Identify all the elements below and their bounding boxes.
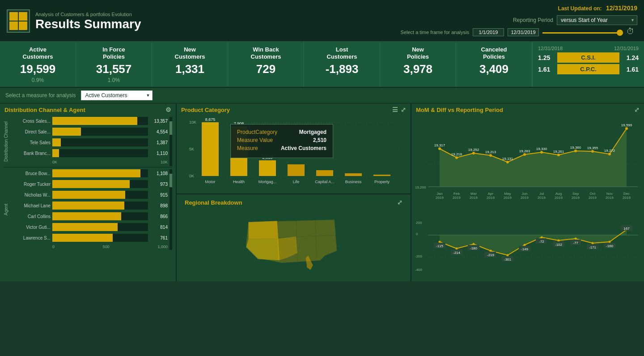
svg-text:200: 200: [416, 221, 422, 225]
tooltip-row-measure-value: Measure Value 2,510: [237, 137, 326, 143]
svg-text:-219: -219: [487, 253, 495, 257]
table-icon[interactable]: ☰: [392, 106, 398, 113]
svg-text:May: May: [504, 192, 511, 196]
svg-text:Oct: Oct: [590, 192, 596, 196]
agent-scrollbar[interactable]: [169, 169, 172, 250]
svg-point-40: [557, 154, 560, 156]
svg-text:Nov: Nov: [606, 192, 613, 196]
svg-text:Motor: Motor: [205, 180, 215, 184]
timeframe-slider[interactable]: [542, 31, 623, 34]
svg-point-88: [524, 244, 526, 246]
svg-text:Jul: Jul: [539, 192, 544, 196]
mom-expand-icon[interactable]: ⤢: [634, 106, 640, 113]
agent-scrollbar-thumb: [169, 174, 172, 187]
svg-text:-214: -214: [453, 251, 461, 255]
regional-expand-icon[interactable]: ⤢: [397, 199, 402, 206]
panels-row: Distribution Channel & Agent ⚙ Distribut…: [0, 103, 644, 281]
svg-text:Capital A...: Capital A...: [315, 180, 335, 184]
regional-section: Regional Breakdown ⤢: [177, 194, 411, 281]
bar-row-agent-0: Bruce Bow... 1,108: [10, 169, 168, 177]
measure-dropdown[interactable]: Active Customers In Force Policies New C…: [81, 90, 153, 100]
svg-text:-77: -77: [573, 241, 578, 245]
channel-section: Distribution Channel Cross Sales... 13,3…: [0, 115, 176, 167]
svg-text:2019: 2019: [504, 196, 512, 200]
svg-point-36: [489, 154, 492, 157]
left-panel-title: Distribution Channel & Agent ⚙: [0, 103, 176, 115]
svg-point-41: [574, 150, 577, 152]
tooltip-val-measure-value: 2,510: [313, 137, 326, 143]
tooltip-val-measure: Active Customers: [281, 145, 326, 151]
bar-val-2: 1,387: [150, 140, 168, 145]
bar-row-channel-0: Cross Sales... 13,357: [10, 117, 168, 125]
svg-text:-102: -102: [555, 243, 563, 247]
channel-axis-label: Distribution Channel: [4, 117, 8, 166]
expand-icon[interactable]: ⤢: [401, 106, 406, 113]
kpi-canceled: CanceledPolicies 3,409: [456, 42, 532, 87]
bar-bg-2: [52, 138, 148, 146]
tooltip-row-category: ProductCategory Mortgaged: [237, 129, 326, 135]
svg-text:19,272: 19,272: [604, 149, 615, 153]
map-container: [180, 208, 407, 279]
product-section: Product Category ☰ ⤢ 10K 5K 0K: [177, 103, 411, 194]
svg-point-34: [455, 156, 458, 159]
us-map-svg: [200, 208, 388, 279]
agent-val-3: 898: [150, 203, 168, 208]
svg-text:19,599: 19,599: [621, 123, 632, 127]
bar-row-agent-3: Michael Lane 898: [10, 202, 168, 210]
bar-name-1: Direct Sale...: [10, 129, 51, 134]
svg-text:19,218: 19,218: [451, 152, 462, 156]
csi-left-val-2: 1.61: [538, 66, 554, 73]
svg-rect-15: [288, 164, 305, 176]
measure-dropdown-wrapper[interactable]: Active Customers In Force Policies New C…: [81, 90, 153, 100]
bar-row-channel-3: Bank Branc... 1,110: [10, 149, 168, 157]
svg-text:2019: 2019: [555, 196, 563, 200]
bar-name-3: Bank Branc...: [10, 151, 51, 156]
channel-axis: 0K10K: [10, 160, 168, 164]
bar-val-1: 4,554: [150, 129, 168, 134]
timeframe-end[interactable]: 12/31/2019: [508, 28, 539, 36]
reporting-dropdown[interactable]: versus Start of Year versus Prior Year M…: [557, 15, 637, 25]
svg-text:2019: 2019: [538, 196, 546, 200]
kpi-lost: LostCustomers -1,893: [304, 42, 380, 87]
svg-text:-160: -160: [606, 244, 614, 248]
csi-right-val-2: 1.61: [623, 66, 639, 73]
csi-date-left: 12/31/2018: [538, 46, 567, 51]
kpi-inforce-label: In ForcePolicies: [81, 46, 146, 60]
svg-text:19,330: 19,330: [536, 147, 547, 151]
channel-scrollbar[interactable]: [169, 117, 172, 166]
filter-icon[interactable]: ⚙: [165, 106, 171, 113]
bar-row-channel-2: Tele Sales 1,387: [10, 138, 168, 146]
agent-bg-0: [52, 169, 148, 177]
slider-thumb[interactable]: [617, 30, 623, 36]
svg-text:Health: Health: [233, 180, 245, 184]
svg-text:19,200: 19,200: [415, 185, 426, 189]
timeframe-start[interactable]: 1/1/2019: [473, 28, 504, 36]
csi-right-val-1: 1.24: [623, 54, 639, 61]
kpi-active-label: ActiveCustomers: [5, 46, 70, 60]
svg-text:-400: -400: [415, 268, 423, 272]
kpi-new-customers: NewCustomers 1,331: [152, 42, 228, 87]
svg-rect-6: [202, 122, 219, 176]
agent-name-4: Carl Collins: [10, 214, 51, 219]
mom-title: MoM & Diff vs Reporting Period ⤢: [411, 103, 644, 115]
last-updated-value: 12/31/2019: [606, 4, 637, 12]
channel-scrollbar-thumb: [169, 121, 172, 135]
kpi-canceled-label: CanceledPolicies: [462, 46, 526, 60]
svg-point-38: [523, 153, 526, 156]
bar-fill-0: [52, 117, 137, 125]
reporting-dropdown-wrapper[interactable]: versus Start of Year versus Prior Year M…: [557, 15, 637, 25]
kpi-inforce-value: 31,557: [81, 62, 146, 76]
svg-text:Feb: Feb: [453, 192, 460, 196]
svg-point-91: [575, 238, 577, 240]
bar-name-2: Tele Sales: [10, 140, 51, 145]
agent-name-5: Victor Guti...: [10, 225, 51, 230]
agent-fill-4: [52, 212, 121, 220]
tooltip-key-measure-value: Measure Value: [237, 137, 273, 143]
mom-lower-svg: -115 -214 -180 -219 -301 -149 -72 -102 -…: [415, 213, 639, 278]
svg-point-37: [506, 161, 509, 163]
tooltip-key-category: ProductCategory: [237, 129, 277, 135]
mom-lower-chart: -115 -214 -180 -219 -301 -149 -72 -102 -…: [411, 213, 644, 279]
svg-text:2019: 2019: [453, 196, 461, 200]
csi-left-val-1: 1.25: [538, 54, 554, 61]
svg-text:2019: 2019: [589, 196, 597, 200]
